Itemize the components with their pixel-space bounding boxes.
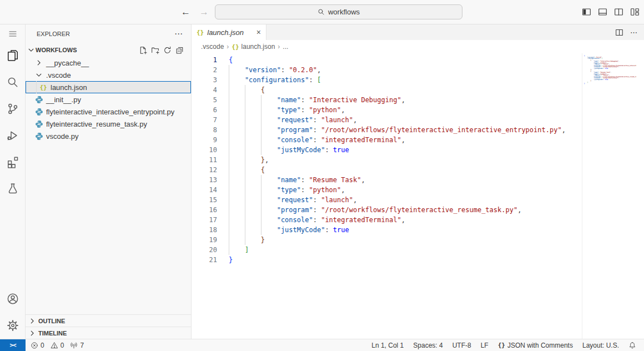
- code-lines: 1{2"version": "0.2.0",3"configurations":…: [192, 55, 582, 265]
- activity-settings[interactable]: [0, 312, 26, 339]
- line-number: 14: [192, 185, 217, 195]
- code-line-20: 20]: [192, 245, 582, 255]
- minimap[interactable]: { "version": "0.2.0", "configurations": …: [582, 53, 636, 339]
- editor-more-actions[interactable]: ⋯: [630, 28, 637, 37]
- layout-controls: [582, 0, 640, 24]
- toggle-primary-sidebar-button[interactable]: [582, 7, 591, 17]
- breadcrumb-item[interactable]: ...: [283, 43, 288, 51]
- code-line-17: 17"console": "integratedTerminal",: [192, 215, 582, 225]
- toggle-secondary-sidebar-button[interactable]: [614, 7, 623, 17]
- command-center-search[interactable]: workflows: [215, 4, 462, 19]
- new-file-button[interactable]: [139, 46, 147, 54]
- breadcrumb-item[interactable]: .vscode: [201, 43, 224, 51]
- activity-source-control[interactable]: [0, 96, 26, 122]
- status-language-mode[interactable]: {}JSON with Comments: [498, 342, 573, 349]
- explorer-sidebar: EXPLORER ⋯ WORKFLOWS __pycache__.vscode{…: [26, 24, 192, 339]
- tree-item-flyteinteractive-resume-task-py[interactable]: flyteinteractive_resume_task.py: [26, 118, 191, 130]
- status-portss[interactable]: 7: [70, 342, 84, 349]
- line-number: 16: [192, 205, 217, 215]
- ports-icon: [70, 342, 78, 349]
- forward-button[interactable]: →: [199, 7, 209, 18]
- line-number: 11: [192, 155, 217, 165]
- status-warnings[interactable]: 0: [51, 342, 64, 349]
- toggle-panel-button[interactable]: [598, 7, 607, 17]
- workbench: EXPLORER ⋯ WORKFLOWS __pycache__.vscode{…: [0, 24, 644, 339]
- outline-panel-header[interactable]: OUTLINE: [26, 314, 191, 327]
- line-number: 13: [192, 175, 217, 185]
- explorer-actions: [139, 46, 184, 54]
- line-number: 17: [192, 215, 217, 225]
- tree-item-label: __init__.py: [46, 96, 81, 104]
- line-number: 5: [192, 95, 217, 105]
- code-line-12: 12{: [192, 165, 582, 175]
- activity-search[interactable]: [0, 69, 26, 96]
- python-icon: [34, 95, 43, 104]
- code-editor[interactable]: 1{2"version": "0.2.0",3"configurations":…: [192, 53, 644, 339]
- breadcrumb-item[interactable]: {}launch.json: [232, 43, 275, 51]
- remote-indicator[interactable]: ><: [0, 339, 26, 351]
- status-keyboard-layout[interactable]: Layout: U.S.: [582, 342, 619, 349]
- split-editor-icon[interactable]: [615, 28, 623, 37]
- bell-icon: [628, 342, 636, 349]
- history-nav: ← →: [181, 0, 209, 24]
- file-tree: __pycache__.vscode{}launch.json__init__.…: [26, 57, 191, 314]
- collapse-all-button[interactable]: [175, 46, 184, 54]
- account-icon: [7, 293, 19, 305]
- tree-item-launch-json[interactable]: {}launch.json: [26, 81, 191, 93]
- timeline-panel-header[interactable]: TIMELINE: [26, 327, 191, 339]
- customize-layout-button[interactable]: [630, 7, 640, 17]
- activity-accounts[interactable]: [0, 285, 26, 312]
- line-number: 1: [192, 55, 217, 65]
- activity-run-and-debug[interactable]: [0, 122, 26, 149]
- json-icon: {}: [39, 83, 48, 92]
- tree-item--init-py[interactable]: __init__.py: [26, 93, 191, 106]
- code-line-6: 6"type": "python",: [192, 105, 582, 115]
- line-number: 20: [192, 245, 217, 255]
- code-line-5: 5"name": "Interactive Debugging",: [192, 95, 582, 105]
- line-number: 15: [192, 195, 217, 205]
- tree-item-label: launch.json: [51, 83, 87, 92]
- workflows-section-header[interactable]: WORKFLOWS: [26, 43, 191, 57]
- code-line-18: 18"justMyCode": true: [192, 225, 582, 235]
- line-number: 4: [192, 85, 217, 95]
- code-line-2: 2"version": "0.2.0",: [192, 65, 582, 75]
- status-bar: >< 007 Ln 1, Col 1Spaces: 4UTF-8LF{}JSON…: [0, 339, 644, 351]
- close-icon[interactable]: ×: [256, 28, 261, 37]
- breadcrumb-separator: ›: [227, 43, 229, 51]
- chevron-down-icon: [27, 46, 36, 54]
- code-line-10: 10"justMyCode": true: [192, 145, 582, 155]
- tab-label: launch.json: [207, 28, 253, 37]
- menu-icon: [8, 29, 17, 38]
- workspace-name: WORKFLOWS: [36, 47, 139, 53]
- files-icon: [7, 49, 19, 62]
- activity-explorer[interactable]: [0, 42, 26, 69]
- tree-item-flyteinteractive-interactive-entrypoint-py[interactable]: flyteinteractive_interactive_entrypoint.…: [26, 106, 191, 118]
- activity-testing[interactable]: [0, 176, 26, 202]
- new-folder-button[interactable]: [151, 46, 159, 54]
- status-indentation[interactable]: Spaces: 4: [413, 342, 442, 349]
- status-eol[interactable]: LF: [481, 342, 489, 349]
- code-line-3: 3"configurations": [: [192, 75, 582, 85]
- tree-item-label: flyteinteractive_interactive_entrypoint.…: [46, 108, 174, 116]
- tree-item--vscode[interactable]: .vscode: [26, 69, 191, 81]
- status-encoding[interactable]: UTF-8: [452, 342, 471, 349]
- status-errors[interactable]: 0: [31, 342, 44, 349]
- activity-bar: [0, 24, 26, 339]
- refresh-button[interactable]: [163, 46, 172, 54]
- code-line-9: 9"console": "integratedTerminal",: [192, 135, 582, 145]
- python-icon: [34, 119, 43, 128]
- activity-menu[interactable]: [0, 26, 26, 42]
- sidebar-more-actions[interactable]: ⋯: [174, 29, 183, 39]
- extensions-icon: [7, 156, 19, 168]
- status-notifications[interactable]: [628, 342, 636, 349]
- activity-extensions[interactable]: [0, 149, 26, 176]
- chevron-right-icon: [28, 317, 37, 325]
- tree-item--pycache-[interactable]: __pycache__: [26, 57, 191, 69]
- tree-item-vscode-py[interactable]: vscode.py: [26, 130, 191, 142]
- status-cursor-position[interactable]: Ln 1, Col 1: [371, 342, 404, 349]
- editor-group: {} launch.json × ⋯ .vscode›{}launch.json…: [192, 24, 644, 339]
- tree-item-label: vscode.py: [46, 132, 79, 141]
- tab-launch-json[interactable]: {} launch.json ×: [192, 24, 266, 40]
- back-button[interactable]: ←: [181, 7, 190, 18]
- line-number: 21: [192, 255, 217, 265]
